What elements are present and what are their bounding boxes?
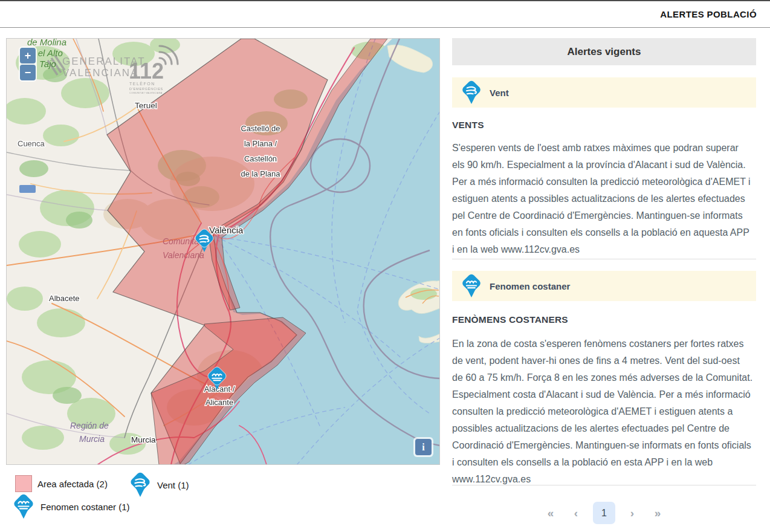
legend-label: Fenomen costaner (1) (40, 502, 130, 512)
page-title: ALERTES POBLACIÓ (660, 1, 757, 27)
map-label-comunitat-2: Valenciana (163, 250, 204, 260)
alert-row-fenomen-costaner[interactable]: Fenomen costaner (452, 271, 756, 301)
map-reservoir (19, 185, 36, 193)
map-label-region-murcia-2: Murcia (79, 434, 105, 444)
map-attribution: i (413, 437, 433, 457)
alerts-panel: Alertes vigents Vent VENTS S'esperen ven… (452, 38, 756, 528)
alert-tag-label: Fenomen costaner (490, 281, 570, 291)
map-label-region-murcia-1: Región de (70, 421, 109, 430)
emergency-watermark-line3: COMUNITAT VALENCIANA (129, 92, 163, 94)
map-label-murcia: Murcia (131, 435, 156, 444)
alert-body-text: En la zona de costa s'esperen fenòmens c… (452, 336, 753, 488)
emergency-watermark-line2: D'EMERGÈNCIES (129, 87, 163, 91)
map-label-molina-3: Tajo (39, 59, 56, 69)
pagination-first-button[interactable]: « (542, 502, 559, 524)
legend-label: Vent (1) (157, 480, 189, 490)
pagination-prev-button[interactable]: ‹ (568, 502, 584, 524)
legend-label: Area afectada (2) (37, 479, 108, 489)
divider (452, 485, 756, 485)
divider (452, 259, 756, 259)
map-label-castello-2: la Plana / (244, 139, 277, 148)
alert-row-vent[interactable]: Vent (452, 77, 756, 108)
waves-pin-icon (461, 273, 482, 299)
generalitat-watermark-line2: VALENCIANA (62, 67, 138, 79)
legend-vent: Vent (1) (129, 472, 189, 498)
attribution-info-button[interactable]: i (415, 439, 432, 455)
emergency-112-watermark: 112 (129, 59, 164, 83)
pagination-next-button[interactable]: › (624, 502, 641, 524)
pagination-last-button[interactable]: » (649, 502, 666, 524)
alert-heading: FENÒMENS COSTANERS (452, 314, 568, 325)
zoom-out-button[interactable]: − (20, 65, 36, 80)
pagination: « ‹ 1 › » (452, 502, 756, 524)
waves-pin-icon (12, 493, 35, 520)
map-label-teruel: Teruel (135, 101, 157, 110)
affected-area-swatch (15, 475, 32, 492)
map-label-molina-1: de Molina (27, 39, 66, 47)
map-label-alacant-1: Alacant / (204, 384, 235, 394)
wind-pin-icon (129, 472, 152, 498)
map-label-castello-3: Castellón (244, 154, 277, 163)
zoom-in-button[interactable]: + (20, 48, 36, 63)
emergency-watermark-line1: TELÈFON (129, 81, 155, 86)
map-zoom-control: + − (19, 47, 37, 82)
map-label-valencia: València (209, 225, 244, 235)
map-label-alacant-2: Alicante (205, 398, 233, 407)
map-container: + − i (6, 38, 440, 465)
top-bar: ALERTES POBLACIÓ (0, 0, 770, 28)
legend-area-afectada: Area afectada (2) (15, 475, 108, 492)
pagination-page-1[interactable]: 1 (593, 502, 615, 524)
map-label-castello-4: de la Plana (241, 169, 280, 178)
map-label-albacete: Albacete (49, 294, 80, 303)
alert-body-text: S'esperen vents de l'oest amb ratxes màx… (452, 140, 753, 258)
alert-tag-label: Vent (490, 88, 509, 98)
map-label-castello-1: Castelló de (241, 124, 280, 133)
wind-pin-icon (461, 80, 482, 105)
legend-fenomen-costaner: Fenomen costaner (1) (12, 493, 130, 520)
map-label-cuenca: Cuenca (18, 139, 45, 148)
alerts-panel-title: Alertes vigents (452, 38, 756, 65)
map[interactable]: GENERALITAT VALENCIANA 112 TELÈFON D'EME… (7, 39, 440, 465)
alert-heading: VENTS (452, 120, 484, 131)
